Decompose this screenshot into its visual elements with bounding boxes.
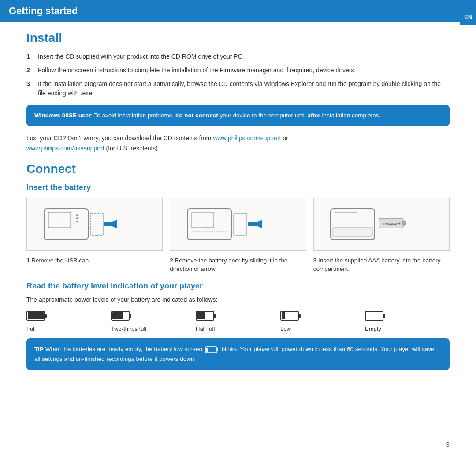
download-link-2[interactable]: www.philips.com/usasupport	[26, 145, 104, 152]
connect-title: Connect	[26, 162, 450, 176]
battery-icon-twothirds	[111, 309, 132, 323]
step-text-3: If the installation program does not sta…	[38, 79, 450, 98]
battery-icon-low	[280, 309, 301, 323]
content-area: Install 1 Insert the CD supplied with yo…	[0, 31, 476, 388]
svg-rect-37	[206, 348, 208, 352]
info-colon: : To avoid installation problems,	[91, 112, 175, 119]
battery-image-3: UM4•AAA +	[313, 198, 450, 251]
insert-battery-title: Insert the battery	[26, 183, 450, 192]
step-text-2: Follow the onscreen instructions to comp…	[38, 66, 356, 75]
battery-level-title: Read the battery level indication of you…	[26, 281, 450, 291]
svg-point-4	[76, 221, 78, 222]
battery-illus-2-svg	[178, 200, 298, 248]
battery-icon-empty	[365, 309, 386, 323]
svg-rect-16	[333, 227, 372, 237]
battery-cell-low: Low	[280, 309, 365, 332]
download-middle: or	[281, 135, 288, 142]
svg-rect-10	[234, 213, 247, 235]
step-num-3: 3	[26, 79, 33, 98]
svg-rect-22	[45, 314, 47, 318]
download-link-1[interactable]: www.philips.com/support	[213, 135, 281, 142]
svg-text:UM4•AAA: UM4•AAA	[383, 222, 398, 225]
svg-rect-7	[104, 222, 117, 226]
svg-rect-9	[192, 212, 214, 228]
battery-icons-row: Full Two-thirds full	[26, 309, 450, 332]
battery-image-1	[26, 198, 163, 251]
battery-captions-row: 1 Remove the USB cap. 2 Remove the batte…	[26, 257, 450, 273]
svg-rect-33	[365, 311, 383, 320]
install-step-3: 3 If the installation program does not s…	[26, 79, 450, 98]
install-list: 1 Insert the CD supplied with your produ…	[26, 52, 450, 98]
download-text: Lost your CD? Don't worry, you can downl…	[26, 133, 450, 153]
tip-label: TIP	[34, 346, 44, 352]
info-end: installation completes.	[320, 112, 381, 119]
svg-rect-13	[248, 222, 262, 226]
battery-cell-half: Half full	[196, 309, 280, 332]
battery-cell-empty: Empty	[365, 309, 450, 332]
install-title: Install	[26, 31, 450, 45]
battery-label-empty: Empty	[365, 326, 381, 332]
download-before: Lost your CD? Don't worry, you can downl…	[26, 135, 213, 142]
svg-rect-0	[44, 209, 88, 240]
inline-battery-icon	[205, 345, 219, 354]
connect-section: Connect Insert the battery	[26, 162, 450, 370]
battery-label-low: Low	[280, 326, 291, 332]
battery-level-section: Read the battery level indication of you…	[26, 281, 450, 332]
battery-level-desc: The approximate power levels of your bat…	[26, 295, 450, 304]
header-title: Getting started	[9, 5, 78, 16]
svg-point-3	[76, 217, 78, 219]
en-tab: EN	[460, 9, 476, 25]
svg-rect-23	[28, 312, 44, 319]
battery-icon-half	[196, 309, 217, 323]
page-number: 3	[446, 441, 450, 448]
svg-rect-34	[383, 314, 385, 318]
battery-image-2	[170, 198, 306, 251]
battery-caption-1: 1 Remove the USB cap.	[26, 257, 163, 273]
step-num-1: 1	[26, 52, 33, 61]
battery-caption-3: 3 Insert the supplied AAA battery into t…	[313, 257, 450, 273]
battery-caption-2: 2 Remove the battery door by sliding it …	[170, 257, 306, 273]
svg-point-2	[76, 214, 78, 216]
page-container: EN Getting started Install 1 Insert the …	[0, 0, 476, 457]
svg-rect-18	[402, 221, 406, 225]
battery-label-twothirds: Two-thirds full	[111, 326, 146, 332]
svg-rect-5	[90, 213, 104, 235]
svg-rect-15	[335, 212, 357, 228]
install-step-1: 1 Insert the CD supplied with your produ…	[26, 52, 450, 61]
svg-rect-28	[214, 314, 216, 318]
en-label: EN	[464, 14, 472, 20]
step-text-1: Insert the CD supplied with your product…	[38, 52, 244, 61]
battery-illus-1-svg	[35, 200, 154, 248]
tip-text-before: When the batteries are nearly empty, the…	[45, 346, 204, 352]
battery-icon-full	[26, 309, 48, 323]
svg-rect-36	[217, 348, 218, 351]
getting-started-header: Getting started	[0, 0, 476, 22]
battery-cell-twothirds: Two-thirds full	[111, 309, 196, 332]
svg-rect-25	[129, 314, 131, 318]
windows-info-box: Windows 98SE user: To avoid installation…	[26, 105, 450, 126]
info-after: after	[307, 112, 320, 119]
battery-cell-full: Full	[26, 309, 111, 332]
svg-rect-29	[197, 312, 205, 319]
battery-label-half: Half full	[196, 326, 215, 332]
step-num-2: 2	[26, 66, 33, 75]
info-middle: your device to the computer until	[218, 112, 308, 119]
battery-images-row: UM4•AAA +	[26, 198, 450, 251]
info-bold-prefix: Windows 98SE user	[34, 112, 91, 119]
info-no-connect: do not connect	[175, 112, 218, 119]
battery-illus-3-svg: UM4•AAA +	[322, 200, 441, 248]
svg-rect-31	[298, 314, 301, 318]
download-end: (for U.S. residents).	[104, 145, 160, 152]
install-step-2: 2 Follow the onscreen instructions to co…	[26, 66, 450, 75]
svg-text:+: +	[398, 221, 401, 226]
battery-label-full: Full	[26, 326, 36, 332]
svg-rect-1	[48, 212, 71, 228]
svg-rect-26	[112, 312, 123, 319]
svg-rect-8	[187, 209, 231, 240]
tip-box: TIP When the batteries are nearly empty,…	[26, 338, 450, 370]
svg-rect-32	[282, 312, 285, 319]
